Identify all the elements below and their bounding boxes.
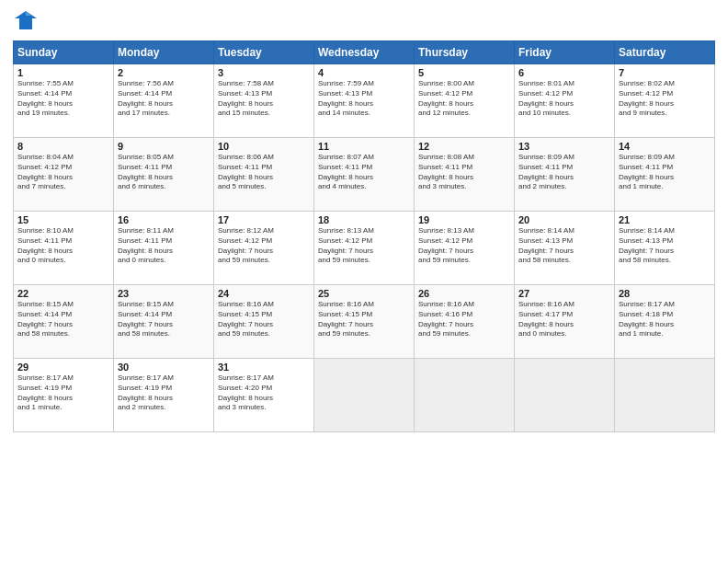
day-info: Sunrise: 8:07 AM Sunset: 4:11 PM Dayligh… — [318, 153, 410, 192]
calendar-week-1: 1Sunrise: 7:55 AM Sunset: 4:14 PM Daylig… — [14, 64, 715, 138]
day-info: Sunrise: 8:16 AM Sunset: 4:16 PM Dayligh… — [418, 300, 510, 339]
col-header-tuesday: Tuesday — [214, 41, 314, 64]
logo — [13, 9, 42, 35]
day-info: Sunrise: 8:06 AM Sunset: 4:11 PM Dayligh… — [218, 153, 310, 192]
day-number: 28 — [619, 288, 711, 299]
day-number: 17 — [218, 214, 310, 225]
day-cell-20: 20Sunrise: 8:14 AM Sunset: 4:13 PM Dayli… — [515, 212, 615, 285]
day-info: Sunrise: 8:00 AM Sunset: 4:12 PM Dayligh… — [418, 79, 510, 119]
day-number: 7 — [619, 67, 711, 78]
day-info: Sunrise: 8:14 AM Sunset: 4:13 PM Dayligh… — [518, 226, 610, 266]
day-number: 12 — [418, 141, 510, 152]
day-number: 18 — [318, 214, 410, 225]
header-row: SundayMondayTuesdayWednesdayThursdayFrid… — [14, 41, 715, 64]
day-info: Sunrise: 8:08 AM Sunset: 4:11 PM Dayligh… — [418, 153, 510, 192]
day-number: 6 — [518, 67, 610, 78]
day-number: 22 — [17, 288, 109, 299]
calendar-table: SundayMondayTuesdayWednesdayThursdayFrid… — [13, 40, 715, 432]
day-info: Sunrise: 7:59 AM Sunset: 4:13 PM Dayligh… — [318, 79, 410, 119]
day-info: Sunrise: 8:04 AM Sunset: 4:12 PM Dayligh… — [17, 153, 109, 192]
day-cell-2: 2Sunrise: 7:56 AM Sunset: 4:14 PM Daylig… — [114, 64, 214, 138]
day-cell-13: 13Sunrise: 8:09 AM Sunset: 4:11 PM Dayli… — [515, 138, 615, 212]
day-number: 21 — [619, 214, 711, 225]
day-cell-29: 29Sunrise: 8:17 AM Sunset: 4:19 PM Dayli… — [14, 359, 114, 432]
day-info: Sunrise: 8:11 AM Sunset: 4:11 PM Dayligh… — [118, 226, 210, 266]
col-header-wednesday: Wednesday — [314, 41, 415, 64]
day-cell-21: 21Sunrise: 8:14 AM Sunset: 4:13 PM Dayli… — [615, 212, 715, 285]
day-number: 1 — [17, 67, 109, 78]
day-info: Sunrise: 8:12 AM Sunset: 4:12 PM Dayligh… — [218, 226, 310, 266]
day-cell-7: 7Sunrise: 8:02 AM Sunset: 4:12 PM Daylig… — [615, 64, 715, 138]
day-cell-4: 4Sunrise: 7:59 AM Sunset: 4:13 PM Daylig… — [314, 64, 415, 138]
day-info: Sunrise: 8:10 AM Sunset: 4:11 PM Dayligh… — [17, 226, 109, 266]
col-header-thursday: Thursday — [415, 41, 515, 64]
calendar-week-3: 15Sunrise: 8:10 AM Sunset: 4:11 PM Dayli… — [14, 212, 715, 285]
day-number: 20 — [518, 214, 610, 225]
day-number: 8 — [17, 141, 109, 152]
day-cell-5: 5Sunrise: 8:00 AM Sunset: 4:12 PM Daylig… — [415, 64, 515, 138]
day-info: Sunrise: 8:17 AM Sunset: 4:20 PM Dayligh… — [218, 373, 310, 413]
day-number: 31 — [218, 362, 310, 373]
day-info: Sunrise: 8:14 AM Sunset: 4:13 PM Dayligh… — [619, 226, 711, 266]
empty-cell — [615, 359, 715, 432]
col-header-saturday: Saturday — [615, 41, 715, 64]
day-info: Sunrise: 8:16 AM Sunset: 4:15 PM Dayligh… — [218, 300, 310, 339]
day-cell-28: 28Sunrise: 8:17 AM Sunset: 4:18 PM Dayli… — [615, 285, 715, 359]
day-number: 23 — [118, 288, 210, 299]
logo-icon — [13, 9, 39, 35]
day-number: 19 — [418, 214, 510, 225]
day-cell-23: 23Sunrise: 8:15 AM Sunset: 4:14 PM Dayli… — [114, 285, 214, 359]
day-cell-30: 30Sunrise: 8:17 AM Sunset: 4:19 PM Dayli… — [114, 359, 214, 432]
day-info: Sunrise: 8:17 AM Sunset: 4:19 PM Dayligh… — [17, 373, 109, 413]
day-cell-3: 3Sunrise: 7:58 AM Sunset: 4:13 PM Daylig… — [214, 64, 314, 138]
day-number: 9 — [118, 141, 210, 152]
empty-cell — [314, 359, 415, 432]
day-cell-18: 18Sunrise: 8:13 AM Sunset: 4:12 PM Dayli… — [314, 212, 415, 285]
day-number: 27 — [518, 288, 610, 299]
day-number: 26 — [418, 288, 510, 299]
day-number: 30 — [118, 362, 210, 373]
day-info: Sunrise: 8:17 AM Sunset: 4:19 PM Dayligh… — [118, 373, 210, 413]
day-info: Sunrise: 8:15 AM Sunset: 4:14 PM Dayligh… — [17, 300, 109, 339]
day-number: 24 — [218, 288, 310, 299]
day-cell-19: 19Sunrise: 8:13 AM Sunset: 4:12 PM Dayli… — [415, 212, 515, 285]
day-info: Sunrise: 8:01 AM Sunset: 4:12 PM Dayligh… — [518, 79, 610, 119]
day-number: 4 — [318, 67, 410, 78]
day-cell-1: 1Sunrise: 7:55 AM Sunset: 4:14 PM Daylig… — [14, 64, 114, 138]
day-cell-12: 12Sunrise: 8:08 AM Sunset: 4:11 PM Dayli… — [415, 138, 515, 212]
day-cell-22: 22Sunrise: 8:15 AM Sunset: 4:14 PM Dayli… — [14, 285, 114, 359]
calendar-week-5: 29Sunrise: 8:17 AM Sunset: 4:19 PM Dayli… — [14, 359, 715, 432]
day-number: 10 — [218, 141, 310, 152]
day-info: Sunrise: 8:05 AM Sunset: 4:11 PM Dayligh… — [118, 153, 210, 192]
day-cell-24: 24Sunrise: 8:16 AM Sunset: 4:15 PM Dayli… — [214, 285, 314, 359]
day-info: Sunrise: 8:13 AM Sunset: 4:12 PM Dayligh… — [318, 226, 410, 266]
day-info: Sunrise: 8:09 AM Sunset: 4:11 PM Dayligh… — [518, 153, 610, 192]
day-cell-9: 9Sunrise: 8:05 AM Sunset: 4:11 PM Daylig… — [114, 138, 214, 212]
day-cell-11: 11Sunrise: 8:07 AM Sunset: 4:11 PM Dayli… — [314, 138, 415, 212]
day-cell-8: 8Sunrise: 8:04 AM Sunset: 4:12 PM Daylig… — [14, 138, 114, 212]
day-number: 11 — [318, 141, 410, 152]
day-cell-26: 26Sunrise: 8:16 AM Sunset: 4:16 PM Dayli… — [415, 285, 515, 359]
day-number: 15 — [17, 214, 109, 225]
empty-cell — [415, 359, 515, 432]
svg-marker-1 — [26, 11, 31, 16]
col-header-monday: Monday — [114, 41, 214, 64]
day-info: Sunrise: 8:02 AM Sunset: 4:12 PM Dayligh… — [619, 79, 711, 119]
day-number: 14 — [619, 141, 711, 152]
day-cell-10: 10Sunrise: 8:06 AM Sunset: 4:11 PM Dayli… — [214, 138, 314, 212]
day-number: 13 — [518, 141, 610, 152]
day-number: 25 — [318, 288, 410, 299]
calendar-week-4: 22Sunrise: 8:15 AM Sunset: 4:14 PM Dayli… — [14, 285, 715, 359]
day-number: 3 — [218, 67, 310, 78]
day-cell-6: 6Sunrise: 8:01 AM Sunset: 4:12 PM Daylig… — [515, 64, 615, 138]
day-number: 2 — [118, 67, 210, 78]
day-number: 5 — [418, 67, 510, 78]
col-header-friday: Friday — [515, 41, 615, 64]
day-cell-14: 14Sunrise: 8:09 AM Sunset: 4:11 PM Dayli… — [615, 138, 715, 212]
page: SundayMondayTuesdayWednesdayThursdayFrid… — [0, 0, 728, 563]
calendar-week-2: 8Sunrise: 8:04 AM Sunset: 4:12 PM Daylig… — [14, 138, 715, 212]
day-cell-15: 15Sunrise: 8:10 AM Sunset: 4:11 PM Dayli… — [14, 212, 114, 285]
day-info: Sunrise: 8:13 AM Sunset: 4:12 PM Dayligh… — [418, 226, 510, 266]
day-info: Sunrise: 8:16 AM Sunset: 4:15 PM Dayligh… — [318, 300, 410, 339]
day-number: 16 — [118, 214, 210, 225]
